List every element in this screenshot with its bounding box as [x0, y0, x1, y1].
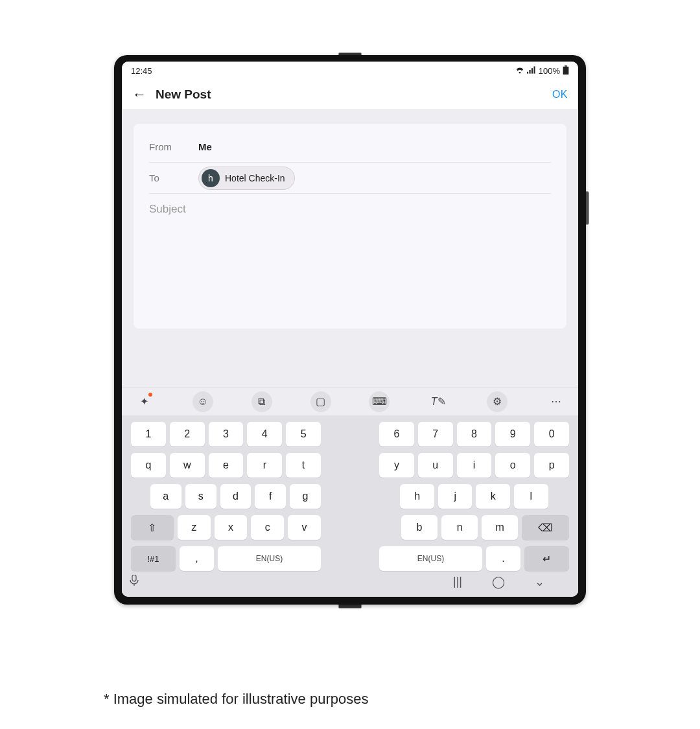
key-e[interactable]: e	[209, 453, 244, 478]
key-p[interactable]: p	[534, 453, 569, 478]
key-1[interactable]: 1	[131, 422, 166, 446]
key-q[interactable]: q	[131, 453, 166, 478]
key-u[interactable]: u	[418, 453, 453, 478]
key-j[interactable]: j	[438, 484, 472, 509]
battery-text: 100%	[539, 66, 560, 76]
svg-rect-6	[132, 575, 136, 581]
compose-area: From Me To h Hotel Check-In Subject	[122, 110, 578, 387]
page-title: New Post	[156, 87, 552, 102]
from-value: Me	[198, 141, 212, 152]
key-period[interactable]: .	[486, 546, 520, 571]
key-comma[interactable]: ,	[180, 546, 214, 571]
back-arrow-icon[interactable]: ←	[132, 86, 146, 103]
svg-rect-1	[529, 70, 530, 74]
screen: 12:45 100% ← New Post OK	[122, 62, 578, 597]
recents-icon[interactable]: |||	[453, 575, 462, 589]
key-d[interactable]: d	[220, 484, 251, 509]
key-space-left[interactable]: EN(US)	[218, 546, 321, 571]
mic-icon[interactable]	[130, 575, 139, 589]
app-header: ← New Post OK	[122, 80, 578, 110]
key-l[interactable]: l	[514, 484, 548, 509]
key-g[interactable]: g	[290, 484, 321, 509]
key-k[interactable]: k	[476, 484, 510, 509]
key-backspace[interactable]: ⌫	[522, 515, 569, 540]
key-symbols[interactable]: !#1	[131, 546, 176, 571]
compose-card: From Me To h Hotel Check-In Subject	[134, 124, 566, 329]
key-h[interactable]: h	[400, 484, 434, 509]
key-i[interactable]: i	[457, 453, 492, 478]
key-0[interactable]: 0	[534, 422, 569, 446]
key-8[interactable]: 8	[457, 422, 492, 446]
key-r[interactable]: r	[247, 453, 282, 478]
key-y[interactable]: y	[379, 453, 414, 478]
key-4[interactable]: 4	[247, 422, 282, 446]
handwriting-icon[interactable]: T✎	[428, 391, 449, 412]
key-2[interactable]: 2	[170, 422, 205, 446]
key-v[interactable]: v	[288, 515, 321, 540]
key-z[interactable]: z	[178, 515, 211, 540]
wifi-icon	[515, 66, 524, 76]
back-icon[interactable]: ⌄	[535, 575, 544, 589]
recipient-chip[interactable]: h Hotel Check-In	[198, 167, 295, 190]
key-enter[interactable]: ↵	[524, 546, 569, 571]
from-row[interactable]: From Me	[149, 132, 551, 163]
device-frame: 12:45 100% ← New Post OK	[114, 55, 586, 605]
key-a[interactable]: a	[150, 484, 181, 509]
key-shift[interactable]: ⇧	[131, 515, 174, 540]
key-o[interactable]: o	[495, 453, 530, 478]
signal-icon	[527, 66, 536, 76]
key-f[interactable]: f	[255, 484, 286, 509]
keyboard-mini-icon[interactable]: ⌨	[369, 391, 390, 412]
from-label: From	[149, 141, 185, 152]
key-s[interactable]: s	[185, 484, 216, 509]
key-b[interactable]: b	[401, 515, 438, 540]
keyboard-toolbar: ✦ ☺ ⧉ ▢ ⌨ T✎ ⚙ ⋯	[122, 387, 578, 415]
key-m[interactable]: m	[482, 515, 518, 540]
navigation-bar: ||| ◯ ⌄	[122, 571, 578, 593]
svg-rect-2	[531, 68, 533, 73]
keyboard-left: 1 2 3 4 5 q w e r t a	[131, 422, 321, 571]
to-label: To	[149, 172, 185, 183]
svg-rect-4	[565, 65, 567, 67]
key-9[interactable]: 9	[495, 422, 530, 446]
status-indicators: 100%	[515, 65, 569, 76]
status-bar: 12:45 100%	[122, 62, 578, 80]
key-5[interactable]: 5	[286, 422, 321, 446]
home-icon[interactable]: ◯	[492, 575, 505, 589]
chip-label: Hotel Check-In	[225, 173, 285, 183]
key-3[interactable]: 3	[209, 422, 244, 446]
keyboard-right: 6 7 8 9 0 y u i o p h	[379, 422, 569, 571]
key-7[interactable]: 7	[418, 422, 453, 446]
key-x[interactable]: x	[215, 515, 248, 540]
battery-icon	[563, 65, 569, 76]
key-space-right[interactable]: EN(US)	[379, 546, 482, 571]
status-time: 12:45	[131, 66, 152, 76]
clipboard-icon[interactable]: ▢	[310, 391, 331, 412]
translate-icon[interactable]: ⧉	[251, 391, 272, 412]
ok-button[interactable]: OK	[552, 89, 568, 100]
footnote: * Image simulated for illustrative purpo…	[104, 691, 368, 708]
avatar: h	[202, 169, 220, 187]
subject-input[interactable]: Subject	[149, 195, 186, 224]
keyboard: ✦ ☺ ⧉ ▢ ⌨ T✎ ⚙ ⋯ 1 2 3 4 5	[122, 387, 578, 597]
key-c[interactable]: c	[251, 515, 284, 540]
key-t[interactable]: t	[286, 453, 321, 478]
svg-rect-3	[533, 66, 535, 73]
more-icon[interactable]: ⋯	[546, 391, 566, 412]
notification-dot	[148, 393, 152, 397]
svg-rect-0	[527, 71, 528, 73]
keyboard-keys: 1 2 3 4 5 q w e r t a	[122, 415, 578, 571]
sparkle-icon[interactable]: ✦	[134, 391, 154, 412]
settings-icon[interactable]: ⚙	[487, 391, 508, 412]
svg-rect-5	[563, 66, 569, 74]
to-row[interactable]: To h Hotel Check-In	[149, 163, 551, 194]
subject-row[interactable]: Subject	[149, 194, 551, 225]
key-n[interactable]: n	[441, 515, 478, 540]
emoji-icon[interactable]: ☺	[192, 391, 213, 412]
key-6[interactable]: 6	[379, 422, 414, 446]
key-w[interactable]: w	[170, 453, 205, 478]
